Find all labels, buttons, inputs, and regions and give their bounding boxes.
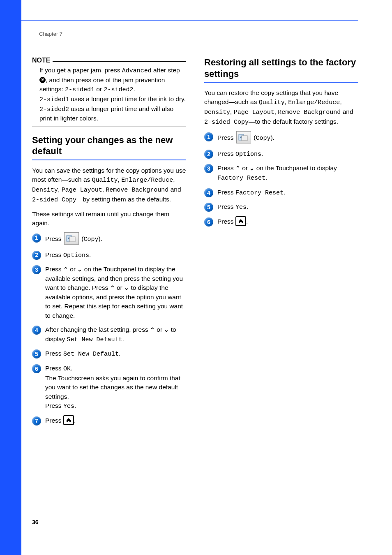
step-number-icon: 3 [204, 164, 213, 173]
text: Press [45, 235, 63, 242]
text: on the Touchpanel to display [254, 164, 337, 171]
text: Press [45, 365, 63, 372]
step-number-icon: 6 [32, 364, 41, 373]
note-mono: 2-sided1 [65, 86, 95, 93]
step-text: Press Set New Default. [45, 349, 186, 359]
step-number-icon: 5 [204, 203, 213, 212]
section-heading: Setting your changes as the new default [32, 134, 186, 157]
chevron-down-icon: ⌄ [124, 284, 129, 292]
home-icon [235, 216, 246, 226]
text: Press [45, 251, 63, 258]
note-text: or [95, 86, 104, 92]
heading-rule [204, 82, 358, 83]
mono-text: Density [32, 187, 58, 194]
step-number-icon: 7 [32, 416, 41, 426]
chevron-up-icon: ⌃ [110, 284, 115, 292]
text: . [89, 251, 91, 258]
step-text: Press . [45, 416, 186, 426]
mono-text: Remove Background [278, 109, 341, 116]
step-item: 2 Press Options. [204, 149, 358, 159]
mono-text: Yes [235, 204, 247, 211]
text: Press [45, 402, 63, 409]
page-number: 36 [32, 519, 39, 525]
mono-text: Density [204, 109, 230, 116]
page: Chapter 7 NOTE If you get a paper jam, p… [0, 0, 392, 555]
step-item: 5 Press Yes. [204, 202, 358, 212]
step-text: Press Options. [217, 149, 358, 159]
svg-rect-5 [242, 136, 247, 141]
mono-text: Factory Reset [235, 190, 284, 197]
mono-text: Yes [63, 403, 74, 410]
text: , [58, 186, 62, 193]
note-label: NOTE [32, 57, 50, 64]
note-mono: 2-sided2 [39, 106, 69, 113]
text: or [155, 326, 164, 333]
note-text: uses a longer print time for the ink to … [69, 95, 186, 102]
mono-text: Quality [259, 99, 285, 106]
text: , [102, 186, 106, 193]
text: Press [45, 266, 63, 273]
step-item: 5 Press Set New Default. [32, 349, 186, 359]
right-column: Restoring all settings to the factory se… [204, 57, 358, 431]
home-icon [63, 415, 74, 425]
text: . [119, 350, 120, 357]
copy-icon: A [64, 232, 79, 245]
note-text: . [133, 86, 135, 92]
mono-text: Page Layout [234, 109, 274, 116]
mono-text: Set New Default [63, 351, 119, 358]
mono-text: Enlarge/Reduce [121, 177, 173, 184]
text: or [240, 164, 249, 171]
note-mono: 2-sided2 [104, 86, 133, 93]
text: ). [270, 134, 274, 141]
text: . [284, 189, 285, 196]
top-rule [21, 20, 358, 21]
intro-paragraph: These settings will remain until you cha… [32, 210, 186, 228]
step-number-icon: 3 [32, 265, 41, 274]
step-number-icon: 4 [204, 188, 213, 197]
text: . [261, 150, 263, 157]
text: Press [217, 150, 235, 157]
step-ref-icon: 9 [39, 77, 46, 83]
mono-text: Set New Default [67, 336, 122, 343]
left-margin-bar [0, 0, 21, 555]
mono-text: Copy [83, 236, 98, 243]
text: Press [217, 164, 235, 171]
step-text: Press ⌃ or ⌄ on the Touchpanel to displa… [45, 265, 186, 320]
step-text: Press ⌃ or ⌄ on the Touchpanel to displa… [217, 164, 358, 183]
text: Press [217, 189, 235, 196]
step-text: After changing the last setting, press ⌃… [45, 325, 186, 344]
step-item: 1 Press A (Copy). [204, 132, 358, 144]
text: After changing the last setting, press [45, 326, 150, 333]
text: Press [217, 134, 235, 141]
mono-text: Remove Background [106, 187, 168, 194]
step-item: 2 Press Options. [32, 250, 186, 260]
text: —to the default factory settings. [249, 118, 338, 125]
text: , [340, 98, 341, 105]
chevron-up-icon: ⌃ [63, 265, 68, 273]
step-number-icon: 1 [204, 132, 213, 141]
text: Press [217, 218, 235, 225]
mono-text: Options [235, 151, 261, 158]
chevron-up-icon: ⌃ [150, 326, 155, 334]
step-item: 4 Press Factory Reset. [204, 188, 358, 198]
left-column: NOTE If you get a paper jam, press Advan… [32, 57, 186, 431]
intro-paragraph: You can restore the copy settings that y… [204, 88, 358, 127]
mono-text: Quality [92, 177, 118, 184]
step-text: Press Factory Reset. [217, 188, 358, 198]
svg-rect-2 [69, 237, 75, 242]
note-mono: 2-sided1 [39, 96, 69, 103]
text: . [74, 402, 76, 409]
step-item: 1 Press A (Copy). [32, 233, 186, 245]
text: . [265, 174, 267, 181]
step-number-icon: 6 [204, 217, 213, 227]
mono-text: 2-sided Copy [32, 197, 76, 204]
mono-text: Page Layout [62, 187, 102, 194]
mono-text: Enlarge/Reduce [288, 99, 340, 106]
text: , [274, 108, 278, 115]
heading-rule [32, 160, 186, 160]
step-item: 4 After changing the last setting, press… [32, 325, 186, 344]
note-body: If you get a paper jam, press Advanced a… [39, 66, 186, 123]
text: ( [252, 134, 256, 141]
step-item: 7 Press . [32, 416, 186, 426]
step-text: Press Yes. [217, 202, 358, 212]
